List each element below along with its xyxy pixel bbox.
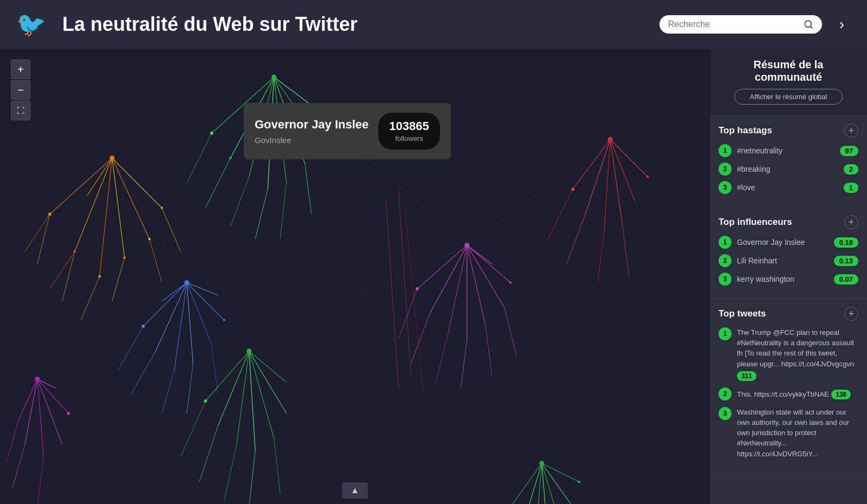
hashtag-count-3: 1 <box>844 183 858 193</box>
top-hashtags-header: Top hastags + <box>719 124 858 138</box>
tooltip-handle: GovInslee <box>255 135 368 145</box>
influencer-rank-2: 2 <box>719 254 732 267</box>
zoom-out-button[interactable]: − <box>11 80 30 100</box>
influencer-count-3: 0.07 <box>834 274 858 285</box>
top-influencers-title: Top influenceurs <box>719 217 792 228</box>
svg-point-22 <box>124 256 126 259</box>
svg-point-103 <box>204 399 207 403</box>
list-item: 2 #breaking 2 <box>719 163 858 176</box>
hashtag-count-1: 97 <box>840 146 858 156</box>
tweet-item-3: 3 Washington state will act under our ow… <box>719 407 858 459</box>
list-item: 3 #love 1 <box>719 181 858 194</box>
tweet-rank-3: 3 <box>719 407 732 420</box>
search-input[interactable] <box>668 20 799 29</box>
top-hashtags-section: Top hastags + 1 #netneutrality 97 2 #bre… <box>710 116 867 208</box>
top-hashtags-title: Top hastags <box>719 125 772 136</box>
influencer-count-2: 0.13 <box>834 256 858 266</box>
hashtag-label-3: #love <box>737 183 838 192</box>
rank-badge-1: 1 <box>719 144 732 157</box>
network-map[interactable]: + − ⛶ Governor Jay Inslee GovInslee 1038… <box>0 49 710 504</box>
page-title: La neutralité du Web sur Twitter <box>62 13 649 36</box>
svg-point-19 <box>48 212 51 216</box>
bottom-expand-button[interactable]: ▲ <box>342 482 368 499</box>
node-tooltip: Governor Jay Inslee GovInslee 103865 fol… <box>244 103 451 159</box>
expand-button[interactable]: › <box>833 13 851 36</box>
svg-point-59 <box>223 319 225 321</box>
list-item: 2 Lili Reinhart 0.13 <box>719 254 858 267</box>
search-button[interactable] <box>804 20 813 29</box>
influencer-rank-3: 3 <box>719 273 732 286</box>
followers-label: followers <box>395 134 423 143</box>
svg-point-114 <box>67 412 70 415</box>
twitter-bird-icon: 🐦 <box>16 10 46 38</box>
influencer-rank-1: 1 <box>719 236 732 249</box>
zoom-in-button[interactable]: + <box>11 60 30 79</box>
tweet-count-1: 311 <box>737 371 756 381</box>
tweet-item-2: 2 This. https://t.co/vykkyTbNAE 136 <box>719 387 858 400</box>
tweet-text-2: This. https://t.co/vykkyTbNAE <box>737 390 829 398</box>
top-tweets-header: Top tweets + <box>719 307 858 321</box>
top-tweets-title: Top tweets <box>719 308 766 319</box>
sidebar-header: Résumé de la communauté Afficher le résu… <box>710 49 867 116</box>
main-layout: + − ⛶ Governor Jay Inslee GovInslee 1038… <box>0 49 867 504</box>
tweet-count-2: 136 <box>831 390 851 399</box>
svg-point-122 <box>539 461 544 466</box>
global-summary-button[interactable]: Afficher le résumé global <box>734 89 843 105</box>
rank-badge-2: 2 <box>719 163 732 176</box>
influencer-label-1: Governor Jay Inslee <box>737 238 829 247</box>
list-item: 1 #netneutrality 97 <box>719 144 858 157</box>
rank-badge-3: 3 <box>719 181 732 194</box>
influencer-count-1: 0.18 <box>834 237 858 248</box>
tweet-rank-2: 2 <box>719 387 732 400</box>
tweet-text-3: Washington state will act under our own … <box>737 408 849 458</box>
search-icon <box>804 20 813 29</box>
tweets-expand-button[interactable]: + <box>844 307 858 321</box>
top-influencers-header: Top influenceurs + <box>719 215 858 229</box>
svg-point-21 <box>99 275 101 278</box>
tooltip-followers: 103865 followers <box>378 113 439 150</box>
hashtags-expand-button[interactable]: + <box>844 124 858 138</box>
top-tweets-section: Top tweets + 1 The Trump @FCC plan to re… <box>710 299 867 474</box>
map-controls: + − ⛶ <box>11 60 30 120</box>
tweet-item-1: 1 The Trump @FCC plan to repeal #NetNeut… <box>719 327 858 381</box>
top-influencers-section: Top influenceurs + 1 Governor Jay Inslee… <box>710 208 867 299</box>
influencer-label-3: kerry washington <box>737 275 829 283</box>
tooltip-name: Governor Jay Inslee <box>255 118 368 132</box>
svg-point-24 <box>160 206 163 209</box>
svg-point-41 <box>229 157 232 159</box>
sidebar-title: Résumé de la communauté <box>721 59 856 83</box>
sidebar: Résumé de la communauté Afficher le résu… <box>710 49 867 504</box>
svg-point-124 <box>578 481 580 483</box>
hashtag-label-1: #netneutrality <box>737 146 834 155</box>
svg-point-88 <box>571 188 574 191</box>
fullscreen-button[interactable]: ⛶ <box>11 101 30 120</box>
tweet-text-1: The Trump @FCC plan to repeal #NetNeutra… <box>737 328 854 368</box>
svg-point-75 <box>416 287 419 290</box>
influencer-label-2: Lili Reinhart <box>737 256 829 265</box>
svg-point-89 <box>646 176 649 178</box>
list-item: 3 kerry washington 0.07 <box>719 273 858 286</box>
header: 🐦 La neutralité du Web sur Twitter › <box>0 0 867 49</box>
tweet-rank-1: 1 <box>719 327 732 340</box>
svg-point-58 <box>141 325 145 328</box>
svg-point-40 <box>210 132 213 135</box>
hashtag-count-2: 2 <box>844 164 858 175</box>
followers-count: 103865 <box>389 119 429 133</box>
svg-line-1 <box>810 26 812 28</box>
list-item: 1 Governor Jay Inslee 0.18 <box>719 236 858 249</box>
hashtag-label-2: #breaking <box>737 165 838 173</box>
svg-point-76 <box>509 281 512 284</box>
svg-point-23 <box>148 238 151 241</box>
influencers-expand-button[interactable]: + <box>844 215 858 229</box>
tooltip-info: Governor Jay Inslee GovInslee <box>255 118 368 144</box>
search-bar <box>659 15 822 34</box>
svg-point-20 <box>74 250 76 253</box>
